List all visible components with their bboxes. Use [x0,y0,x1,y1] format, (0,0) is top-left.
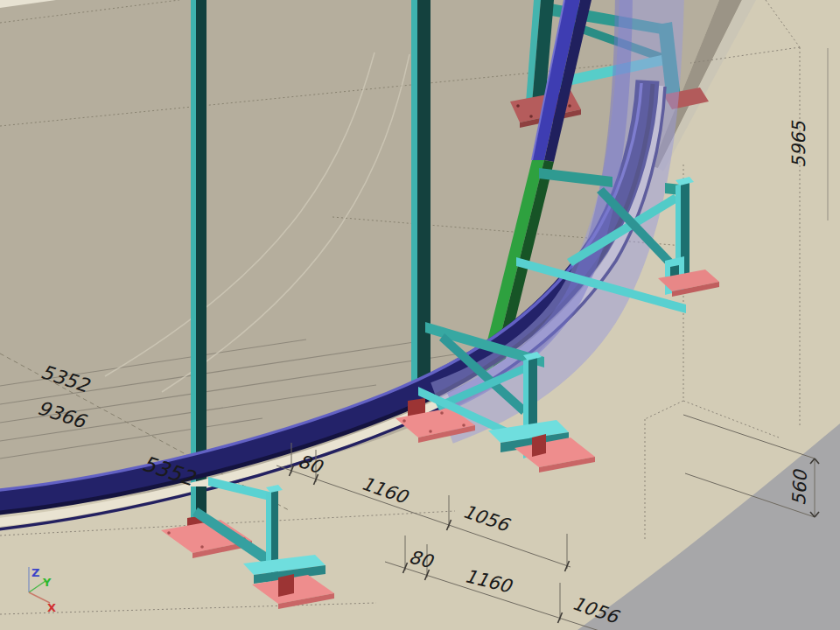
cad-viewport[interactable]: 5352 9366 5352 80 1160 1056 80 1160 1056… [0,0,840,630]
column-b-light-face[interactable] [411,0,417,394]
column-a-light-face[interactable] [191,0,196,486]
f1-stub[interactable] [278,574,294,597]
column-b-dark-face[interactable] [417,0,430,394]
axis-z-label: Z [32,566,39,579]
axis-x-label: X [47,601,56,614]
dim-label-right-offset[interactable]: 560 [788,468,811,506]
column-a-dark-face[interactable] [196,0,206,486]
axis-y-label: Y [42,576,52,589]
f2-stub[interactable] [532,434,546,457]
dim-label-right-height[interactable]: 5965 [788,120,809,168]
